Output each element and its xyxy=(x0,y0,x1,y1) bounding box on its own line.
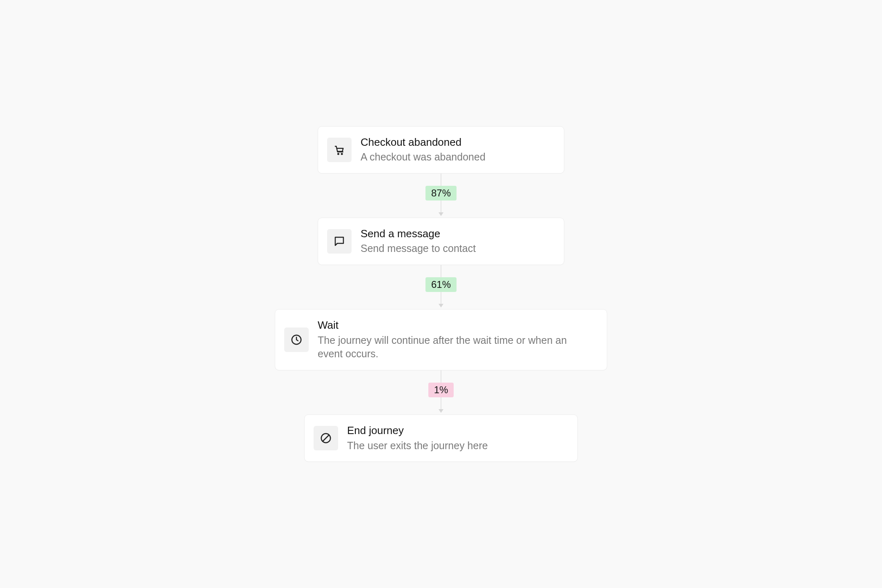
connector-line xyxy=(441,370,441,383)
arrow-down-icon xyxy=(439,409,443,413)
flow-connector: 87% xyxy=(425,174,457,218)
node-subtitle: The journey will continue after the wait… xyxy=(318,334,595,361)
flow-node-checkout-abandoned[interactable]: Checkout abandoned A checkout was abando… xyxy=(318,126,564,174)
cart-icon xyxy=(327,138,352,162)
node-text: Checkout abandoned A checkout was abando… xyxy=(361,136,486,164)
arrow-down-icon xyxy=(439,212,443,216)
flow-node-wait[interactable]: Wait The journey will continue after the… xyxy=(275,309,607,370)
node-subtitle: Send message to contact xyxy=(361,242,476,256)
node-title: Wait xyxy=(318,318,595,332)
flow-connector: 61% xyxy=(425,265,457,309)
node-title: End journey xyxy=(347,424,488,437)
node-subtitle: A checkout was abandoned xyxy=(361,150,486,164)
flow-node-end-journey[interactable]: End journey The user exits the journey h… xyxy=(304,414,578,462)
arrow-down-icon xyxy=(439,304,443,307)
node-title: Checkout abandoned xyxy=(361,136,486,149)
flow-connector: 1% xyxy=(428,370,454,414)
connector-line xyxy=(441,265,441,277)
connector-line xyxy=(441,200,441,213)
ban-icon xyxy=(314,426,338,450)
svg-point-1 xyxy=(341,154,343,155)
node-text: Send a message Send message to contact xyxy=(361,227,476,256)
node-text: End journey The user exits the journey h… xyxy=(347,424,488,452)
node-title: Send a message xyxy=(361,227,476,241)
conversion-badge: 87% xyxy=(425,186,457,200)
conversion-badge: 61% xyxy=(425,277,457,292)
conversion-badge: 1% xyxy=(428,383,454,397)
message-icon xyxy=(327,229,352,254)
node-subtitle: The user exits the journey here xyxy=(347,439,488,453)
clock-icon xyxy=(284,327,309,352)
node-text: Wait The journey will continue after the… xyxy=(318,318,595,361)
connector-line xyxy=(441,174,441,186)
svg-point-0 xyxy=(338,154,339,155)
journey-flow: Checkout abandoned A checkout was abando… xyxy=(275,126,607,462)
flow-node-send-message[interactable]: Send a message Send message to contact xyxy=(318,218,564,265)
connector-line xyxy=(441,397,441,410)
connector-line xyxy=(441,292,441,304)
